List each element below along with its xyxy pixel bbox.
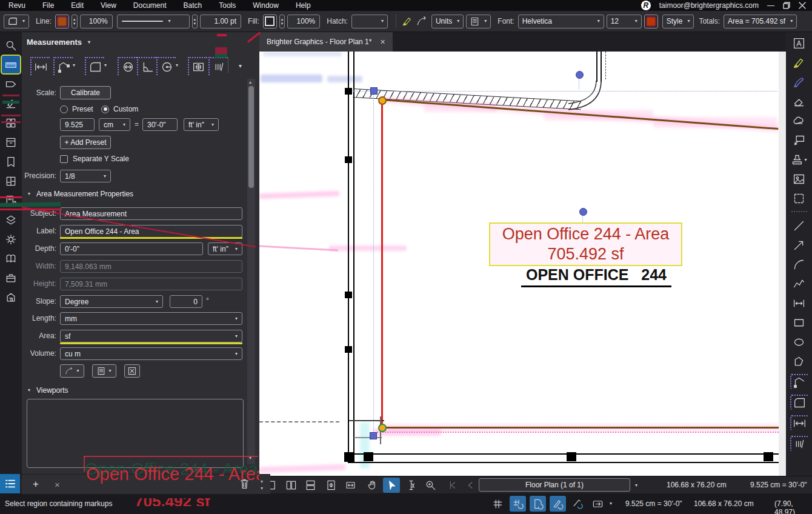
font-dropdown[interactable]: Helvetica▾	[518, 15, 604, 28]
scale-unit-dropdown[interactable]: cm▾	[99, 118, 130, 131]
measure-radius-tool[interactable]	[156, 57, 176, 75]
menu-document[interactable]: Document	[125, 0, 175, 11]
bookmarks-panel-icon[interactable]	[2, 153, 20, 170]
settings-panel-icon[interactable]	[2, 230, 20, 248]
menu-window[interactable]: Window	[244, 0, 287, 11]
selection-handle-square[interactable]	[370, 87, 378, 95]
snap-hints-icon[interactable]	[570, 496, 586, 512]
chevron-down-icon[interactable]: ▾	[73, 63, 75, 68]
measurements-panel-icon[interactable]	[2, 56, 20, 73]
dimension-tool-icon[interactable]	[791, 296, 808, 310]
measure-polylength-tool[interactable]	[53, 57, 73, 75]
rectangle-tool-icon[interactable]	[791, 316, 808, 330]
file-access-panel-icon[interactable]	[2, 133, 20, 151]
area-edge-bottom[interactable]	[382, 427, 779, 429]
account-email[interactable]: taimoor@brightergraphics.com	[659, 1, 759, 10]
scroll-down-icon[interactable]: ▾	[261, 486, 263, 491]
text-box-tool-icon[interactable]	[791, 36, 808, 50]
measure-length-tool[interactable]	[30, 57, 50, 75]
caption-options-dropdown[interactable]: ▾	[466, 15, 491, 28]
totals-dropdown[interactable]: Area = 705.492 sf▾	[724, 15, 797, 28]
preset-radio[interactable]: Preset	[60, 105, 93, 113]
snap-to-content-icon[interactable]	[530, 496, 546, 512]
chevron-down-icon[interactable]: ▾	[176, 63, 178, 68]
volume-unit-dropdown[interactable]: cu m▾	[60, 347, 242, 360]
slope-dropdown[interactable]: Degree▾	[60, 295, 163, 308]
scroll-down-icon[interactable]: ▾	[249, 456, 251, 461]
measure-count-tool[interactable]	[208, 57, 228, 75]
shape-style-dropdown[interactable]: ▾	[4, 15, 29, 28]
panel-scrollbar-thumb[interactable]	[248, 86, 254, 188]
menu-view[interactable]: View	[92, 0, 125, 11]
caption-button[interactable]: ▾	[92, 364, 116, 378]
fill-opacity-stepper[interactable]: ▴▾	[279, 15, 285, 28]
spaces-panel-icon[interactable]	[2, 172, 20, 190]
page-list-chevron[interactable]: ▾	[635, 483, 637, 488]
grid-toggle-icon[interactable]	[490, 496, 506, 512]
measure-area-tool-icon[interactable]	[790, 395, 808, 410]
eraser-tool-icon[interactable]	[791, 95, 808, 108]
units-dropdown[interactable]: Units▾	[431, 15, 464, 28]
document-tab[interactable]: Brighter Graphics - Floor Plan 1* ×	[259, 32, 393, 52]
menu-tools[interactable]: Tools	[210, 0, 244, 11]
toolbox-panel-icon[interactable]	[2, 269, 20, 287]
tab-close-icon[interactable]: ×	[380, 38, 385, 46]
thumbnails-panel-icon[interactable]	[2, 114, 20, 132]
line-opacity-value[interactable]: 100%	[80, 15, 113, 28]
scale-to-input[interactable]: 30'-0"	[142, 118, 178, 131]
close-button[interactable]	[799, 2, 806, 9]
slope-value-input[interactable]: 0	[170, 295, 202, 308]
area-props-section-header[interactable]: ▾Area Measurement Properties	[28, 190, 133, 198]
control-point-dot[interactable]	[576, 71, 584, 79]
curve-options-button[interactable]: ▾	[60, 364, 84, 378]
custom-radio[interactable]: Custom	[101, 105, 138, 113]
menu-file[interactable]: File	[34, 0, 62, 11]
callout-tool-icon[interactable]	[791, 133, 808, 147]
line-width-stepper[interactable]: ▴▾	[192, 15, 198, 28]
line-color-swatch[interactable]	[55, 15, 69, 28]
polygon-tool-icon[interactable]	[791, 355, 808, 369]
line-tool-icon[interactable]	[791, 219, 808, 233]
precision-dropdown[interactable]: 1/8▾	[60, 170, 111, 182]
reuse-markup-icon[interactable]	[590, 496, 606, 512]
image-tool-icon[interactable]	[791, 172, 808, 186]
pan-tool-icon[interactable]	[364, 478, 381, 493]
arc-tool-icon[interactable]	[791, 258, 808, 272]
font-size-dropdown[interactable]: 12▾	[607, 15, 642, 28]
measure-volume-tool[interactable]	[188, 57, 207, 75]
fill-color-swatch[interactable]	[263, 15, 277, 28]
tool-chest-panel-icon[interactable]	[2, 95, 20, 112]
cloud-tool-icon[interactable]	[791, 114, 808, 128]
add-viewport-button[interactable]: +	[33, 478, 39, 490]
control-point-dot[interactable]	[579, 208, 587, 216]
properties-panel-icon[interactable]	[2, 75, 20, 93]
style-dropdown[interactable]: Style▾	[662, 15, 694, 28]
vertex-point[interactable]	[378, 96, 387, 105]
tool-overflow-chevron[interactable]: ▾	[239, 63, 242, 69]
pen-tool-icon[interactable]	[791, 75, 808, 89]
length-unit-dropdown[interactable]: mm▾	[60, 312, 242, 325]
depth-unit-dropdown[interactable]: ft' in"▾	[208, 242, 242, 255]
menu-edit[interactable]: Edit	[62, 0, 92, 11]
measure-perimeter-tool-icon[interactable]	[790, 374, 808, 389]
minimize-button[interactable]: —	[767, 1, 774, 10]
stamp-tool-icon[interactable]: ▾	[791, 153, 808, 167]
scale-to-unit-dropdown[interactable]: ft' in"▾	[184, 118, 219, 131]
search-icon[interactable]	[2, 36, 20, 54]
snapshot-tool-icon[interactable]	[791, 192, 808, 205]
separate-y-checkbox[interactable]: Separate Y Scale	[60, 155, 129, 163]
line-opacity-stepper[interactable]: ▴▾	[72, 15, 78, 28]
fill-opacity-value[interactable]: 100%	[287, 15, 320, 28]
calibrate-button[interactable]: Calibrate	[60, 86, 111, 99]
previous-page-icon[interactable]	[462, 478, 479, 493]
measure-length-tool-icon[interactable]	[790, 415, 808, 430]
select-tool-icon[interactable]	[383, 478, 400, 493]
snap-to-markup-icon[interactable]	[550, 496, 566, 512]
arrow-tool-icon[interactable]	[791, 238, 808, 252]
measure-count-tool-icon[interactable]	[790, 436, 808, 451]
restore-button[interactable]	[783, 2, 790, 9]
vertex-point-selected[interactable]	[378, 424, 387, 432]
subject-input[interactable]: Area Measurement	[60, 207, 242, 220]
area-unit-dropdown[interactable]: sf▾	[60, 330, 242, 342]
trash-icon[interactable]	[239, 478, 250, 491]
